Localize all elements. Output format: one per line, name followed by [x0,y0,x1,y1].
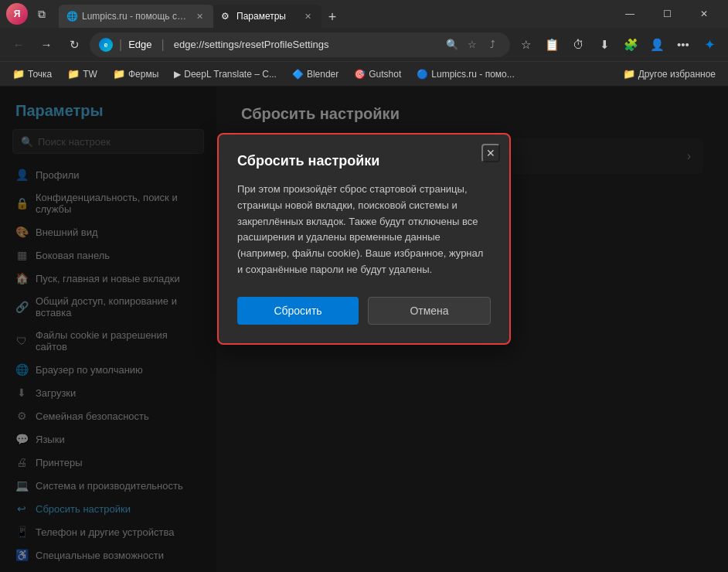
bm-fermy-label: Фермы [128,69,158,80]
address-icons: 🔍 ☆ ⤴ [444,36,501,53]
dialog-title: Сбросить настройки [237,153,491,169]
bm-blender-label: Blender [307,69,338,80]
tab-settings[interactable]: ⚙ Параметры ✕ [213,5,321,28]
history-button[interactable]: ⏱ [566,32,590,57]
bookmarks-bar: 📁 Точка 📁 TW 📁 Фермы ▶ DeepL Translate –… [0,62,728,87]
downloads-button[interactable]: ⬇ [592,32,617,57]
sharing-icon[interactable]: ⤴ [484,36,501,53]
dialog-body: При этом произойдёт сброс стартовой стра… [237,182,491,278]
close-icon: ✕ [486,147,495,159]
profile-button[interactable]: 👤 [645,32,669,57]
refresh-button[interactable]: ↻ [62,32,87,57]
copilot-button[interactable]: ✦ [697,32,722,57]
bm-lumpics-label: Lumpics.ru - помо... [431,69,514,80]
folder-icon: 📁 [113,68,125,80]
tab-settings-title: Параметры [236,11,297,22]
dialog-actions: Сбросить Отмена [237,297,491,325]
bm-gutshot-label: Gutshot [369,69,401,80]
bm-tochka-label: Точка [28,69,52,80]
tab-settings-close[interactable]: ✕ [301,10,314,22]
folder-icon: 📁 [12,68,25,80]
bm-lumpics[interactable]: 🔵 Lumpics.ru - помо... [410,65,520,83]
dialog-close-button[interactable]: ✕ [481,144,500,162]
more-button[interactable]: ••• [671,32,696,57]
bm-tw[interactable]: 📁 TW [61,65,104,83]
bm-other-label: Другое избранное [638,69,716,80]
favorites-button[interactable]: ☆ [513,32,538,57]
tab-lumpics-title: Lumpics.ru - помощь с компьют... [82,11,189,22]
bm-tochka[interactable]: 📁 Точка [6,65,58,83]
extensions-button[interactable]: 🧩 [618,32,643,57]
address-text: edge://settings/resetProfileSettings [174,39,439,50]
tabs-area: 🌐 Lumpics.ru - помощь с компьют... ✕ ⚙ П… [59,0,609,28]
maximize-button[interactable]: ☐ [649,0,685,28]
window-controls: — ☐ ✕ [612,0,722,28]
dialog-overlay: ✕ Сбросить настройки При этом произойдёт… [0,87,728,572]
back-button[interactable]: ← [6,32,31,57]
toolbar: ← → ↻ e | Edge | edge://settings/resetPr… [0,28,728,62]
toolbar-right: ☆ 📋 ⏱ ⬇ 🧩 👤 ••• ✦ [513,32,722,57]
edge-label: Edge [128,39,151,50]
star-icon[interactable]: ☆ [464,36,481,53]
bm-deepl-label: DeepL Translate – С... [184,69,277,80]
bm-deepl[interactable]: ▶ DeepL Translate – С... [168,65,283,83]
minimize-button[interactable]: — [612,0,648,28]
bm-gutshot[interactable]: 🎯 Gutshot [348,65,407,83]
tab-settings-icon: ⚙ [221,11,232,22]
edge-logo-icon: e [99,38,113,52]
search-icon[interactable]: 🔍 [444,36,461,53]
reset-dialog: ✕ Сбросить настройки При этом произойдёт… [217,133,511,345]
tab-lumpics-close[interactable]: ✕ [193,10,206,22]
tab-lumpics-icon: 🌐 [66,11,77,22]
close-button[interactable]: ✕ [686,0,722,28]
bm-other[interactable]: 📁 Другое избранное [617,65,722,83]
address-bar[interactable]: e | Edge | edge://settings/resetProfileS… [90,32,510,57]
address-separator2: | [162,38,165,52]
address-separator: | [119,38,122,52]
bm-tw-label: TW [83,69,97,80]
forward-button[interactable]: → [34,32,59,57]
collections-button[interactable]: 📋 [539,32,564,57]
new-tab-button[interactable]: + [321,6,343,28]
avatar[interactable]: Я [6,3,28,25]
titlebar: Я ⧉ 🌐 Lumpics.ru - помощь с компьют... ✕… [0,0,728,28]
reset-button[interactable]: Сбросить [237,297,359,325]
cancel-button[interactable]: Отмена [368,297,491,325]
tab-lumpics[interactable]: 🌐 Lumpics.ru - помощь с компьют... ✕ [59,5,213,28]
bm-fermy[interactable]: 📁 Фермы [107,65,165,83]
folder-icon: 📁 [67,68,80,80]
folder-icon: 📁 [623,68,635,80]
new-window-button[interactable]: ⧉ [31,3,53,25]
bm-blender[interactable]: 🔷 Blender [286,65,345,83]
